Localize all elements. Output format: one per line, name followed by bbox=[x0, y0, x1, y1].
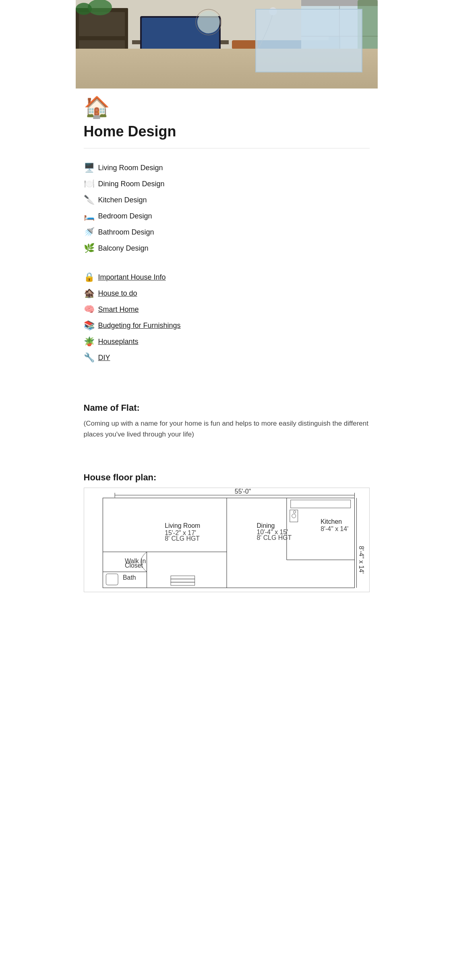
svg-rect-25 bbox=[229, 66, 233, 73]
floor-plan-spacer bbox=[76, 456, 378, 466]
svg-rect-9 bbox=[253, 40, 333, 51]
svg-text:8'-4" x 14': 8'-4" x 14' bbox=[321, 525, 348, 532]
house-todo-icon: 🏚️ bbox=[84, 288, 98, 299]
hero-image bbox=[76, 0, 378, 89]
nav-item-houseplants[interactable]: 🪴 Houseplants bbox=[84, 334, 370, 350]
nav-label-budgeting: Budgeting for Furnishings bbox=[98, 321, 181, 330]
bedroom-icon: 🛏️ bbox=[84, 211, 98, 221]
nav-label-kitchen: Kitchen Design bbox=[98, 196, 147, 204]
svg-text:8' CLG HGT: 8' CLG HGT bbox=[165, 535, 200, 542]
smart-home-icon: 🧠 bbox=[84, 304, 98, 315]
svg-text:Dining: Dining bbox=[256, 522, 275, 529]
nav-item-budgeting[interactable]: 📚 Budgeting for Furnishings bbox=[84, 317, 370, 334]
page-icon: 🏠 bbox=[84, 95, 370, 119]
nav-label-bedroom: Bedroom Design bbox=[98, 212, 152, 220]
name-of-flat-body: (Coming up with a name for your home is … bbox=[84, 418, 370, 440]
svg-rect-22 bbox=[232, 40, 258, 49]
nav-label-house-todo: House to do bbox=[98, 289, 137, 298]
floor-plan-section: House floor plan: 55'-0" bbox=[76, 466, 378, 599]
nav-label-diy: DIY bbox=[98, 354, 110, 362]
svg-point-19 bbox=[76, 3, 92, 15]
nav-item-house-info[interactable]: 🔒 Important House Info bbox=[84, 269, 370, 285]
nav-label-dining-room: Dining Room Design bbox=[98, 180, 165, 188]
svg-text:55'-0": 55'-0" bbox=[234, 488, 250, 495]
nav-spacer bbox=[84, 263, 370, 269]
nav-item-living-room[interactable]: 🖥️ Living Room Design bbox=[84, 160, 370, 176]
header-section: 🏠 Home Design bbox=[76, 89, 378, 158]
svg-text:Bath: Bath bbox=[123, 574, 136, 581]
nav-label-living-room: Living Room Design bbox=[98, 164, 163, 172]
svg-text:8' CLG HGT: 8' CLG HGT bbox=[256, 534, 292, 541]
nav-item-smart-home[interactable]: 🧠 Smart Home bbox=[84, 301, 370, 317]
floor-plan-svg: 55'-0" Living Room 15'-2" x 17' 8' CLG H… bbox=[84, 488, 369, 592]
nav-item-balcony[interactable]: 🌿 Balcony Design bbox=[84, 240, 370, 256]
balcony-icon: 🌿 bbox=[84, 243, 98, 253]
svg-point-17 bbox=[269, 7, 277, 15]
svg-rect-4 bbox=[79, 40, 125, 68]
page-title: Home Design bbox=[84, 123, 370, 140]
divider-main bbox=[84, 148, 370, 148]
diy-icon: 🔧 bbox=[84, 352, 98, 363]
nav-group-1: 🖥️ Living Room Design 🍽️ Dining Room Des… bbox=[76, 158, 378, 374]
houseplants-icon: 🪴 bbox=[84, 336, 98, 347]
svg-text:Closet: Closet bbox=[124, 562, 143, 569]
nav-item-dining-room[interactable]: 🍽️ Dining Room Design bbox=[84, 176, 370, 192]
dining-room-icon: 🍽️ bbox=[84, 179, 98, 189]
svg-rect-20 bbox=[358, 0, 378, 72]
house-info-icon: 🔒 bbox=[84, 272, 98, 282]
svg-rect-8 bbox=[253, 48, 333, 76]
content-spacer bbox=[76, 374, 378, 390]
bathroom-icon: 🚿 bbox=[84, 227, 98, 237]
nav-item-diy[interactable]: 🔧 DIY bbox=[84, 350, 370, 366]
floor-plan-heading: House floor plan: bbox=[84, 472, 370, 483]
nav-item-bedroom[interactable]: 🛏️ Bedroom Design bbox=[84, 208, 370, 224]
nav-group-design: 🖥️ Living Room Design 🍽️ Dining Room Des… bbox=[84, 160, 370, 256]
nav-label-bathroom: Bathroom Design bbox=[98, 228, 154, 237]
floor-plan-image: 55'-0" Living Room 15'-2" x 17' 8' CLG H… bbox=[84, 488, 370, 592]
nav-label-balcony: Balcony Design bbox=[98, 244, 149, 253]
nav-item-bathroom[interactable]: 🚿 Bathroom Design bbox=[84, 224, 370, 240]
nav-label-houseplants: Houseplants bbox=[98, 338, 139, 346]
nav-item-kitchen[interactable]: 🔪 Kitchen Design bbox=[84, 192, 370, 208]
name-of-flat-section: Name of Flat: (Coming up with a name for… bbox=[76, 390, 378, 456]
svg-rect-23 bbox=[188, 62, 237, 66]
svg-rect-1 bbox=[76, 58, 378, 89]
hero-svg bbox=[76, 0, 378, 89]
svg-text:Living Room: Living Room bbox=[165, 522, 200, 529]
nav-item-house-todo[interactable]: 🏚️ House to do bbox=[84, 285, 370, 301]
svg-point-16 bbox=[197, 11, 220, 33]
nav-label-house-info: Important House Info bbox=[98, 273, 166, 282]
svg-rect-24 bbox=[192, 66, 197, 73]
name-of-flat-heading: Name of Flat: bbox=[84, 403, 370, 413]
svg-rect-3 bbox=[79, 12, 125, 36]
svg-rect-10 bbox=[329, 36, 341, 76]
svg-text:8'-4" x 14': 8'-4" x 14' bbox=[358, 546, 365, 573]
nav-group-info: 🔒 Important House Info 🏚️ House to do 🧠 … bbox=[84, 269, 370, 366]
svg-text:Kitchen: Kitchen bbox=[321, 518, 342, 525]
living-room-icon: 🖥️ bbox=[84, 163, 98, 173]
budgeting-icon: 📚 bbox=[84, 320, 98, 331]
nav-label-smart-home: Smart Home bbox=[98, 305, 139, 314]
svg-rect-21 bbox=[233, 46, 257, 68]
kitchen-icon: 🔪 bbox=[84, 195, 98, 205]
